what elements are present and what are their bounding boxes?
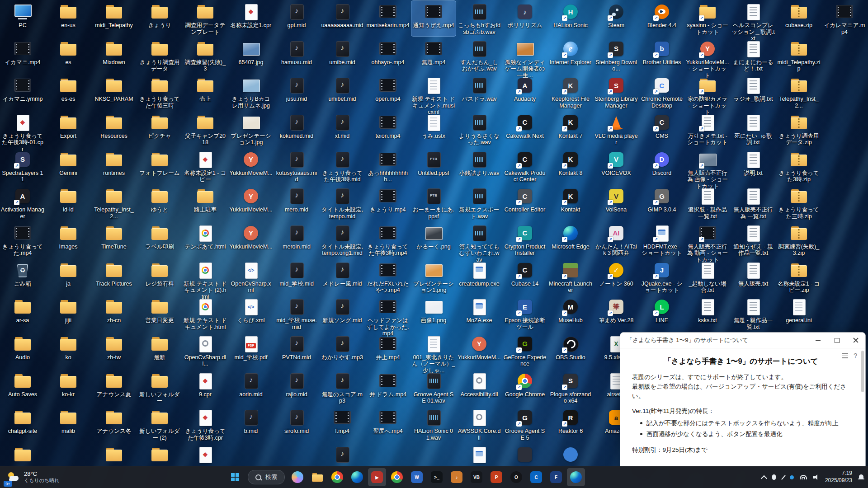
desktop-icon[interactable]: uaaaaaaaaa.mid (320, 1, 364, 36)
desktop-icon[interactable]: MMuseHub (548, 296, 593, 331)
desktop-icon[interactable]: タイトル未設定, tempo.mid (320, 185, 364, 221)
desktop-icon[interactable]: 無人販売不正行為 画像 - ショートカット (685, 149, 730, 190)
desktop-icon[interactable]: open.mp4 (366, 75, 410, 110)
desktop-icon[interactable]: きょうり食ってた午後3時-01.cpr (0, 112, 45, 153)
desktop-icon[interactable]: 最新 (137, 333, 182, 368)
desktop-icon[interactable]: 新しいフォルダー (2) (137, 407, 182, 442)
desktop-icon[interactable]: 画像1.png (411, 296, 456, 331)
desktop-icon[interactable]: ohhayo-.mp4 (366, 38, 410, 73)
desktop-icon[interactable]: 翌尻へ.mp4 (366, 407, 410, 442)
desktop-icon[interactable]: パスドラ.wav (457, 75, 501, 110)
desktop-icon[interactable]: ko-kr (46, 370, 90, 405)
clock[interactable]: 7:19 2025/09/23 (825, 470, 852, 484)
desktop-icon[interactable]: 小銭詰まり.wav (457, 149, 501, 184)
desktop-icon[interactable]: アナウンス夏 (92, 370, 136, 405)
desktop-icon[interactable]: Resources (92, 112, 136, 147)
desktop-icon[interactable]: PVTNd.mid (274, 333, 319, 368)
desktop-icon[interactable]: manisekarin.mp4 (366, 1, 410, 36)
desktop-icon[interactable]: Track Pictures (92, 259, 136, 295)
desktop-icon[interactable]: 通知うぜえ - 親作品一覧.txt (731, 222, 775, 258)
desktop-icon[interactable]: Microsoft Edge (548, 222, 593, 258)
desktop-icon[interactable]: NKSC_PARAM (92, 75, 136, 110)
desktop-icon[interactable]: ラベル印刷 (137, 222, 182, 258)
desktop-icon[interactable]: ✓ノートン 360 (594, 259, 638, 295)
presentation-app-button[interactable]: P (487, 468, 505, 486)
dialog-scrollbar[interactable] (861, 351, 864, 392)
desktop-icon[interactable]: だれだFXいれたやつ.mp4 (366, 259, 410, 295)
desktop-icon[interactable]: LLINE (640, 296, 684, 331)
desktop-icon[interactable]: ksks.txt (685, 296, 730, 331)
edge-button[interactable] (348, 468, 366, 486)
desktop-icon[interactable]: 説明.txt (731, 149, 775, 184)
desktop-icon[interactable]: zh-tw (92, 333, 136, 368)
desktop-icon[interactable]: malib (46, 407, 90, 442)
desktop-icon[interactable]: Untitled.ppsf (411, 149, 456, 184)
code-app-button[interactable]: C (527, 468, 545, 486)
desktop-icon[interactable]: 死にたい_ゅ歌詞.txt (731, 112, 775, 147)
desktop-icon[interactable]: Images (46, 222, 90, 258)
desktop-icon[interactable]: 筆筆まめ Ver.28 (594, 296, 638, 331)
desktop-icon[interactable]: Telepathy_Inst_2... (777, 75, 821, 110)
desktop-icon[interactable]: 井 ドラム.mp4 (366, 370, 410, 405)
start-button[interactable] (226, 468, 244, 486)
menu-list-icon[interactable] (842, 353, 848, 358)
desktop-icon[interactable]: 父子キャンプ2018 (183, 112, 227, 147)
desktop-icon[interactable]: general.ini (777, 296, 821, 331)
desktop-icon[interactable]: きょうり食ってた3時.zip (777, 149, 821, 184)
desktop-icon[interactable]: 65407.jpg (229, 38, 273, 73)
desktop-icon[interactable]: 調査練習(失敗)_3.zip (777, 222, 821, 258)
desktop-icon[interactable]: かるーく.png (411, 222, 456, 258)
desktop-icon[interactable]: 名称未設定1 - コピー (183, 149, 227, 184)
volume-icon[interactable] (813, 474, 819, 480)
browser-profile-button[interactable] (388, 468, 406, 486)
desktop-icon[interactable]: aorin.mid (229, 370, 273, 405)
desktop-icon[interactable]: rajio.mid (274, 370, 319, 405)
desktop-icon[interactable]: 孤独なインディゲーム開発者の一生... (503, 38, 547, 79)
desktop-icon[interactable]: ゆうと (137, 185, 182, 221)
desktop-icon[interactable]: きょうり食ってた三時.zip (777, 185, 821, 221)
desktop-icon[interactable]: くらび.xml (229, 296, 273, 331)
desktop-icon[interactable]: YYukkuriMovieM... (229, 222, 273, 258)
desktop-icon[interactable]: en-us (46, 1, 90, 36)
desktop-icon[interactable]: OpenCvSharp.xml (229, 259, 273, 295)
desktop-icon[interactable]: ごみ箱 (0, 259, 45, 295)
desktop-icon[interactable]: meroin.mid (274, 222, 319, 258)
desktop-icon[interactable]: 名称未設定1.cpr (229, 1, 273, 36)
desktop-icon[interactable]: あっhhhhhhhhhh... (366, 149, 410, 184)
desktop-icon[interactable]: mid_学校 muse.mid (274, 296, 319, 331)
desktop-icon[interactable]: Export (46, 112, 90, 147)
desktop-icon[interactable]: イカマニ.mp4 (0, 38, 45, 73)
notification-bell-icon[interactable] (858, 474, 864, 480)
desktop-icon[interactable]: GGeForce Experience (503, 333, 547, 368)
desktop-icon[interactable]: 新しいフォルダー (137, 370, 182, 405)
desktop-icon[interactable]: PC (0, 1, 45, 36)
desktop-icon[interactable]: きょうり食ってた.mp4 (0, 222, 45, 258)
desktop-icon[interactable]: 新規 テキスト ドキュメント (2).html (183, 259, 227, 300)
desktop-icon[interactable]: まにまにわーるど！.txt (731, 38, 775, 73)
desktop-icon[interactable]: 無人販売不正行為 動画 - ショートカット (685, 222, 730, 263)
desktop-icon[interactable]: SSpectraLayers 11 (0, 149, 45, 184)
music-app-button[interactable]: ♪ (448, 468, 466, 486)
desktop-icon[interactable]: JJQuake.exe - ショートカット (640, 259, 684, 295)
desktop-icon[interactable]: 万引きメモ.txt - ショートカット (685, 112, 730, 147)
desktop-icon[interactable]: KKontakt 8 (548, 149, 593, 184)
desktop-icon[interactable]: VVOICEVOX (594, 149, 638, 184)
desktop-icon[interactable]: Steam (594, 1, 638, 36)
desktop-icon[interactable]: zh-cn (92, 296, 136, 331)
hidden-icons-chevron-icon[interactable] (761, 475, 767, 482)
desktop-icon[interactable]: きょうりBカコレ用サムネ.jpg (229, 75, 273, 110)
desktop-icon[interactable]: OpenCvSharp.dll... (183, 333, 227, 368)
desktop-icon[interactable]: うみ.ustx (411, 112, 456, 147)
desktop-icon[interactable]: YYukkuriMovieM... - ショートカット (685, 38, 730, 79)
desktop-icon[interactable]: 営業日変更 (137, 296, 182, 331)
desktop-icon[interactable]: わかりやす.mp3 (320, 333, 364, 368)
desktop-icon[interactable]: きょうり.mp4 (366, 185, 410, 221)
desktop-icon[interactable]: レジ袋有料 (137, 259, 182, 295)
desktop-icon[interactable]: Auto Saves (0, 370, 45, 405)
search-box[interactable]: 検索 (248, 470, 285, 484)
desktop-icon[interactable]: きょうり調査用データ.zip (777, 112, 821, 147)
desktop-icon[interactable]: TimeTune (92, 222, 136, 258)
desktop-icon[interactable]: kokumed.mid (274, 112, 319, 147)
desktop-icon[interactable]: MoZA.exe (457, 296, 501, 331)
desktop-icon[interactable]: f.mp4 (320, 407, 364, 442)
